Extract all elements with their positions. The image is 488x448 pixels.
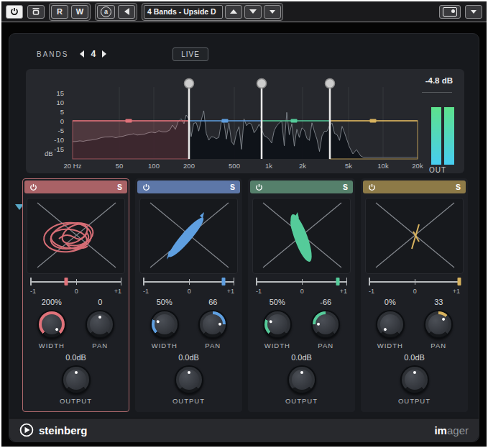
freq-tick-label: 200 (183, 162, 195, 170)
lissajous-trace (287, 212, 316, 264)
band-4-width-control: 0% WIDTH (376, 298, 405, 349)
activate-button[interactable] (6, 5, 23, 19)
pan-label: PAN (318, 342, 333, 349)
camera-icon (443, 7, 457, 17)
meter-mid-label: 0 (300, 288, 304, 295)
power-icon (10, 7, 19, 16)
live-button[interactable]: LIVE (172, 47, 208, 61)
band-1-width-control: 200% WIDTH (37, 298, 66, 349)
correlation-marker (64, 278, 68, 285)
band-1-gain-handle[interactable] (126, 119, 132, 123)
width-label: WIDTH (264, 342, 290, 349)
db-unit-label: dB (45, 150, 53, 157)
pan-knob[interactable] (311, 310, 340, 339)
band-4-correlation-meter: -1 0 +1 (369, 277, 460, 295)
next-preset-button[interactable] (244, 5, 262, 19)
steinberg-brand: steinberg (19, 423, 88, 437)
band-3-gain-handle[interactable] (291, 119, 298, 123)
band-1-header: S (24, 180, 127, 193)
output-label: OUTPUT (398, 397, 431, 405)
solo-button[interactable]: S (456, 183, 461, 191)
power-icon[interactable] (368, 183, 376, 191)
output-label: OUTPUT (285, 397, 318, 405)
snapshot-button[interactable] (439, 5, 461, 19)
preset-name-field[interactable]: 4 Bands - Upside D (144, 5, 223, 19)
band-4-output-control: 0.0dB OUTPUT (362, 349, 467, 405)
correlation-marker (336, 278, 340, 285)
output-knob[interactable] (62, 365, 91, 394)
db-tick-label: -15 (54, 145, 64, 153)
meter-max-label: +1 (453, 288, 460, 295)
freq-tick-label: 5k (345, 162, 352, 170)
pan-knob[interactable] (424, 310, 453, 339)
pan-value: -66 (320, 298, 331, 308)
crossover-1-handle[interactable] (185, 79, 194, 88)
output-level-readout: -4.8 dB (425, 76, 453, 85)
meter-min-label: -1 (369, 288, 374, 295)
increase-bands-button[interactable] (102, 50, 106, 58)
power-icon[interactable] (142, 183, 150, 191)
output-label: OUTPUT (60, 397, 92, 405)
band-3-header: S (250, 180, 353, 193)
preset-selector: 4 Bands - Upside D (142, 3, 283, 21)
bypass-button[interactable] (27, 5, 45, 19)
band-4-gain-handle[interactable] (370, 119, 377, 123)
read-automation-button[interactable]: R (51, 5, 68, 19)
crossover-3-handle[interactable] (326, 79, 335, 88)
output-value: 0.0dB (404, 353, 425, 364)
spectrum-display: 151050-5-10-15 dB 20 Hz501002005001k2k5k… (26, 69, 464, 173)
out-label: OUT (423, 166, 453, 174)
write-automation-button[interactable]: W (71, 5, 88, 19)
solo-button[interactable]: S (343, 183, 348, 191)
meter-max-label: +1 (227, 288, 234, 295)
power-icon[interactable] (29, 183, 37, 191)
pan-knob[interactable] (86, 310, 114, 339)
a-setting-icon: a (101, 6, 111, 17)
width-knob[interactable] (263, 310, 292, 339)
brand-name: steinberg (39, 424, 88, 436)
window-menu-button[interactable] (465, 5, 482, 19)
width-knob[interactable] (150, 310, 179, 339)
band-2-panel: S (135, 178, 242, 412)
preset-menu-button[interactable] (264, 5, 281, 19)
meter-min-label: -1 (30, 288, 36, 295)
band-2-vectorscope (139, 198, 238, 274)
band-1-panel: S (22, 178, 129, 412)
read-write-group: R W (49, 3, 91, 21)
output-knob[interactable] (400, 365, 429, 394)
band-2-correlation-meter: -1 0 +1 (143, 277, 234, 295)
solo-button[interactable]: S (117, 183, 122, 191)
band-2-output-control: 0.0dB OUTPUT (136, 349, 241, 405)
output-knob[interactable] (175, 365, 203, 394)
band-3-panel: S (248, 178, 355, 412)
band-3-width-control: 50% WIDTH (263, 298, 292, 349)
bands-control-row: BANDS 4 LIVE (37, 47, 464, 61)
output-value: 0.0dB (65, 353, 86, 364)
band-4-panel: S (361, 178, 468, 412)
width-knob[interactable] (376, 310, 405, 339)
band-2-gain-handle[interactable] (222, 119, 229, 123)
meter-min-label: -1 (143, 288, 149, 295)
decrease-bands-button[interactable] (80, 50, 84, 58)
band-3-correlation-meter: -1 0 +1 (256, 277, 347, 295)
correlation-marker (221, 278, 225, 285)
output-knob[interactable] (287, 365, 316, 394)
band-1-output-control: 0.0dB OUTPUT (23, 349, 129, 405)
previous-preset-button[interactable] (225, 5, 242, 19)
band-3-pan-control: -66 PAN (311, 298, 340, 349)
copy-ab-button[interactable] (118, 5, 135, 19)
pan-knob[interactable] (198, 310, 227, 339)
lissajous-trace (165, 212, 207, 260)
width-knob[interactable] (37, 310, 66, 339)
ab-compare-button[interactable]: a (97, 5, 115, 19)
crossover-2-handle[interactable] (257, 79, 267, 88)
meter-mid-label: 0 (413, 288, 417, 295)
solo-button[interactable]: S (230, 183, 235, 191)
chevron-down-icon (471, 10, 477, 14)
correlation-marker (457, 278, 461, 285)
db-tick-label: 15 (56, 89, 64, 97)
band-3-output-control: 0.0dB OUTPUT (249, 349, 354, 405)
power-icon[interactable] (255, 183, 263, 191)
plugin-footer: steinberg imager (9, 418, 479, 442)
band-3-vectorscope (252, 198, 351, 274)
